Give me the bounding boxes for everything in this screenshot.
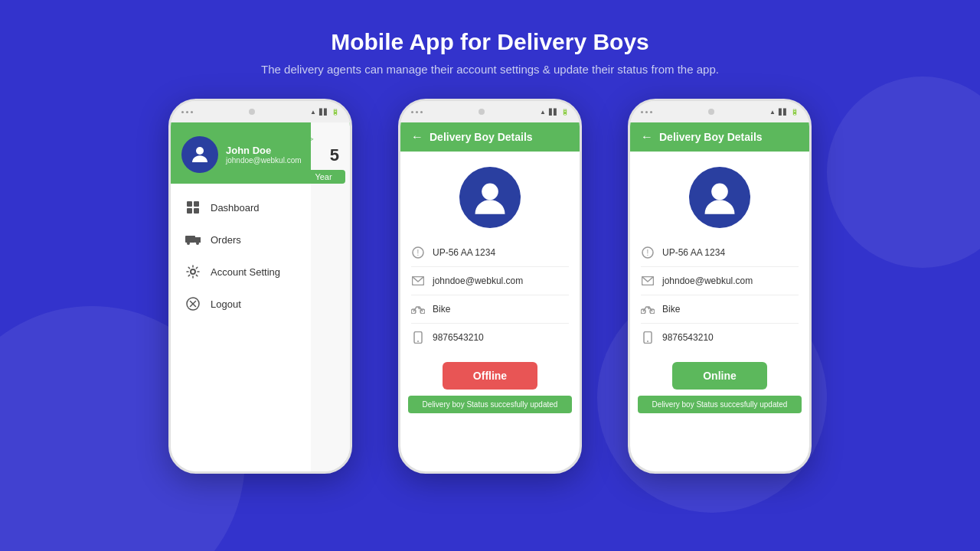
- signal-icon: ▋▋: [779, 109, 788, 116]
- avatar-2: [459, 167, 521, 228]
- status-btn-container-2: Offline: [400, 362, 580, 390]
- delivery-avatar-2: [400, 152, 580, 239]
- drawer-menu: Dashboard Orders: [171, 184, 311, 328]
- svg-text:!: !: [417, 249, 420, 257]
- svg-point-13: [482, 184, 498, 201]
- back-button-2[interactable]: ←: [411, 130, 423, 144]
- battery-icon: 🔋: [332, 109, 339, 116]
- notch-icons: ▲ ▋▋ 🔋: [769, 109, 799, 116]
- delivery-header-title-3: Delivery Boy Details: [659, 131, 763, 143]
- drawer-item-label: Logout: [211, 298, 241, 310]
- info-item-vehicle-number: ! UP-56 AA 1234: [411, 239, 569, 267]
- info-item-email: johndoe@webkul.com: [411, 267, 569, 295]
- signal-icon: ▋▋: [319, 109, 328, 116]
- info-item-email-3: johndoe@webkul.com: [641, 267, 799, 295]
- info-circle-icon-3: !: [641, 246, 655, 259]
- bike-icon-3: [641, 302, 655, 316]
- avatar-3: [689, 167, 750, 228]
- delivery-header-3: ← Delivery Boy Details: [630, 122, 809, 152]
- vehicle-number-2: UP-56 AA 1234: [433, 247, 495, 258]
- battery-icon: 🔋: [791, 109, 799, 116]
- notch-dots: [411, 111, 423, 113]
- close-circle-icon: [185, 295, 201, 312]
- drawer-user-info: John Doe johndoe@webkul.com: [226, 145, 302, 165]
- signal-icon: ▋▋: [549, 109, 558, 116]
- drawer-item-label: Dashboard: [211, 202, 260, 214]
- phone3-screen: ← Delivery Boy Details ! UP-56 AA 1234: [630, 122, 809, 471]
- wifi-icon: ▲: [310, 109, 316, 116]
- phone3-notch-bar: ▲ ▋▋ 🔋: [630, 101, 809, 122]
- back-button-3[interactable]: ←: [641, 130, 653, 144]
- sidebar-item-orders[interactable]: Orders: [171, 223, 311, 256]
- drawer-item-label: Orders: [211, 234, 241, 246]
- phone-number-2: 9876543210: [433, 332, 484, 343]
- email-3: johndoe@webkul.com: [662, 276, 753, 286]
- truck-icon: [185, 231, 201, 248]
- notch-camera: [249, 109, 255, 115]
- svg-rect-2: [194, 201, 199, 207]
- svg-rect-1: [187, 201, 192, 207]
- sidebar-item-dashboard[interactable]: Dashboard: [171, 191, 311, 223]
- svg-rect-4: [194, 208, 199, 214]
- notch-camera: [708, 109, 714, 115]
- envelope-icon-2: [411, 274, 425, 288]
- info-circle-icon: !: [411, 246, 425, 259]
- svg-marker-6: [195, 237, 201, 243]
- svg-text:!: !: [647, 249, 649, 257]
- envelope-icon-3: [641, 274, 655, 288]
- offline-button[interactable]: Offline: [443, 362, 537, 390]
- svg-point-20: [417, 341, 419, 342]
- drawer-item-label: Account Setting: [211, 266, 280, 278]
- svg-point-8: [196, 242, 199, 245]
- notch-camera: [479, 109, 485, 115]
- grid-icon: [185, 199, 201, 216]
- svg-rect-5: [185, 236, 195, 243]
- phone2-screen: ← Delivery Boy Details ! UP-56 AA 1234: [400, 122, 580, 471]
- svg-point-9: [191, 269, 195, 274]
- notch-dot: [650, 111, 652, 113]
- delivery-header-2: ← Delivery Boy Details: [400, 122, 580, 152]
- notch-dot: [645, 111, 648, 113]
- person-icon-3: [700, 178, 740, 217]
- status-btn-container-3: Online: [630, 362, 809, 390]
- wifi-icon: ▲: [769, 109, 776, 116]
- drawer-header: John Doe johndoe@webkul.com: [171, 122, 311, 184]
- phone1-screen: ✏ 5 Year J: [171, 122, 350, 471]
- status-toast-2: Delivery boy Status succesfully updated: [408, 396, 572, 413]
- person-icon: [188, 143, 211, 166]
- avatar: [181, 136, 218, 173]
- phone1-notch-bar: ▲ ▋▋ 🔋: [171, 101, 350, 122]
- delivery-info-list-2: ! UP-56 AA 1234 johndoe@webkul.com: [400, 239, 580, 351]
- info-item-vehicle-number-3: ! UP-56 AA 1234: [641, 239, 799, 267]
- notch-dot: [411, 111, 413, 113]
- notch-dot: [420, 111, 423, 113]
- notch-dot: [191, 111, 193, 113]
- notch-dot: [416, 111, 418, 113]
- battery-icon: 🔋: [561, 109, 569, 116]
- svg-point-28: [647, 341, 648, 342]
- drawer-user-email: johndoe@webkul.com: [226, 156, 302, 165]
- page-header: Mobile App for Delivery Boys The deliver…: [0, 0, 980, 91]
- drawer-user-name: John Doe: [226, 145, 302, 156]
- info-item-vehicle-type-3: Bike: [641, 295, 799, 324]
- info-item-phone-3: 9876543210: [641, 324, 799, 351]
- bike-icon-2: [411, 302, 425, 316]
- sidebar-item-logout[interactable]: Logout: [171, 288, 311, 320]
- vehicle-type-3: Bike: [662, 304, 680, 315]
- page-title: Mobile App for Delivery Boys: [0, 29, 980, 55]
- wifi-icon: ▲: [540, 109, 546, 116]
- svg-point-21: [711, 184, 728, 201]
- vehicle-type-2: Bike: [433, 304, 450, 315]
- phone-2: ▲ ▋▋ 🔋 ← Delivery Boy Details: [398, 99, 582, 474]
- gear-icon: [185, 263, 201, 280]
- notch-icons: ▲ ▋▋ 🔋: [310, 109, 339, 116]
- status-toast-3: Delivery boy Status succesfully updated: [638, 396, 802, 413]
- person-icon-2: [470, 178, 510, 217]
- online-button[interactable]: Online: [672, 362, 767, 390]
- email-2: johndoe@webkul.com: [433, 276, 523, 286]
- page-subtitle: The delivery agents can manage their acc…: [0, 63, 980, 76]
- phone2-notch-bar: ▲ ▋▋ 🔋: [400, 101, 580, 122]
- notch-dot: [186, 111, 188, 113]
- phone-icon-3: [641, 331, 655, 344]
- sidebar-item-account-setting[interactable]: Account Setting: [171, 256, 311, 288]
